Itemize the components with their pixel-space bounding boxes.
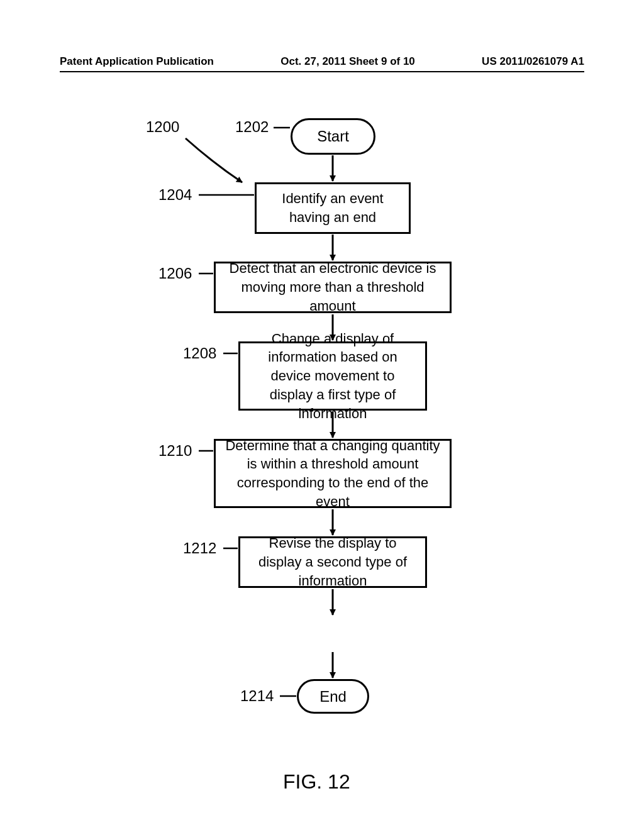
figure-label: FIG. 12	[283, 770, 350, 794]
step-1210: Determine that a changing quantity is wi…	[214, 439, 452, 508]
step-1210-text: Determine that a changing quantity is wi…	[225, 436, 441, 511]
ref-1206: 1206	[158, 265, 192, 282]
ref-1214: 1214	[240, 687, 274, 705]
ref-1200: 1200	[146, 118, 179, 136]
step-1208: Change a display of information based on…	[238, 341, 427, 411]
ref-1210: 1210	[158, 442, 192, 460]
end-label: End	[319, 688, 347, 706]
step-1212-text: Revise the display to display a second t…	[249, 534, 416, 590]
step-1206: Detect that an electronic device is movi…	[214, 262, 452, 313]
step-1204-text: Identify an event having an end	[265, 189, 400, 226]
step-1208-text: Change a display of information based on…	[249, 329, 416, 423]
ref-1212: 1212	[183, 540, 216, 557]
start-terminal: Start	[291, 118, 375, 155]
ref-1204: 1204	[158, 186, 192, 204]
page-header: Patent Application Publication Oct. 27, …	[60, 55, 584, 68]
step-1204: Identify an event having an end	[255, 182, 411, 234]
header-left: Patent Application Publication	[60, 55, 214, 68]
header-right: US 2011/0261079 A1	[482, 55, 584, 68]
start-label: Start	[317, 128, 349, 145]
ref-1208: 1208	[183, 345, 216, 362]
header-rule	[60, 71, 584, 72]
end-terminal: End	[297, 679, 369, 714]
header-center: Oct. 27, 2011 Sheet 9 of 10	[280, 55, 415, 68]
flowchart-diagram: 1200 1202 1204 1206 1208 1210 1212 1214 …	[0, 94, 644, 786]
step-1206-text: Detect that an electronic device is movi…	[225, 259, 441, 315]
ref-1202: 1202	[235, 118, 269, 136]
step-1212: Revise the display to display a second t…	[238, 536, 427, 588]
